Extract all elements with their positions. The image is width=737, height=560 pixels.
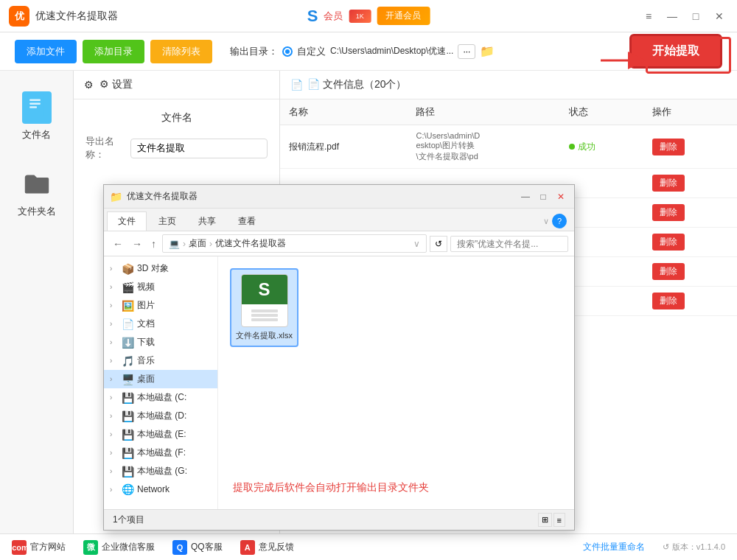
chevron-right-icon: › — [110, 265, 119, 273]
minimize-button[interactable]: — — [663, 7, 681, 25]
status-success: 成功 — [569, 141, 634, 153]
fe-content-area: S 文件名提取.xlsx 提取完成后软件会自动打开输出目录文件夹 — [218, 256, 574, 509]
fe-tree-disk-c[interactable]: › 💾 本地磁盘 (C: — [104, 388, 217, 407]
batch-rename-link[interactable]: 文件批量重命名 — [583, 541, 645, 553]
fe-tree-pictures[interactable]: › 🖼️ 图片 — [104, 296, 217, 315]
qq-service-item[interactable]: Q QQ客服 — [172, 540, 223, 555]
fe-tree-desktop[interactable]: › 🖥️ 桌面 — [104, 370, 217, 388]
close-button[interactable]: ✕ — [710, 7, 728, 25]
fe-tabs: 文件 主页 共享 查看 ∨ ? — [104, 209, 574, 231]
output-path: C:\Users\admin\Desktop\优速... — [330, 45, 453, 57]
fe-computer-icon: 💻 — [169, 239, 180, 249]
start-button[interactable]: 开始提取 — [629, 34, 722, 69]
fe-minimize-button[interactable]: — — [518, 189, 533, 204]
open-vip-button[interactable]: 开通会员 — [377, 7, 430, 25]
fe-path-app[interactable]: 优速文件名提取器 — [215, 237, 286, 250]
feedback-item[interactable]: A 意见反馈 — [240, 540, 294, 555]
fe-tree-disk-d[interactable]: › 💾 本地磁盘 (D: — [104, 407, 217, 425]
fe-title-bar: 📁 优速文件名提取器 — □ ✕ — [104, 185, 574, 209]
cell-status: 成功 — [560, 125, 643, 169]
fe-xlsx-line — [251, 314, 278, 317]
fe-up-button[interactable]: ↑ — [148, 237, 159, 251]
add-file-button[interactable]: 添加文件 — [15, 40, 77, 63]
fe-path-bar[interactable]: 💻 › 桌面 › 优速文件名提取器 ∨ — [162, 234, 427, 253]
fe-tab-file[interactable]: 文件 — [107, 211, 147, 231]
fe-expand-icon: ∨ — [543, 217, 549, 226]
wechat-service-label: 企业微信客服 — [102, 541, 155, 553]
chevron-right-icon: › — [110, 486, 119, 494]
svg-rect-5 — [29, 102, 41, 104]
sidebar-item-filename[interactable]: 文件名 — [16, 85, 57, 147]
cell-action: 删除 — [643, 287, 737, 316]
chevron-right-icon: › — [110, 283, 119, 291]
add-folder-button[interactable]: 添加目录 — [83, 40, 144, 63]
fe-list-view-button[interactable]: ≡ — [553, 513, 565, 527]
fe-folder-icon: 📁 — [110, 191, 122, 203]
fe-network-icon: 🌐 — [122, 483, 134, 495]
fe-completion-message: 提取完成后软件会自动打开输出目录文件夹 — [233, 481, 559, 494]
chevron-right-icon: › — [110, 338, 119, 346]
custom-radio[interactable] — [282, 46, 293, 57]
fe-view-buttons: ⊞ ≡ — [538, 513, 565, 527]
app-logo: 优 — [9, 6, 29, 27]
fe-tree-3d[interactable]: › 📦 3D 对象 — [104, 259, 217, 278]
wechat-service-item[interactable]: 微 企业微信客服 — [83, 540, 155, 555]
fe-grid-view-button[interactable]: ⊞ — [538, 513, 552, 527]
fe-disk-e-icon: 💾 — [122, 429, 134, 441]
cell-action: 删除 — [643, 169, 737, 198]
chevron-right-icon: › — [110, 320, 119, 328]
version-info: ↺ 版本：v1.1.4.0 — [663, 542, 725, 553]
fe-tree-downloads[interactable]: › ⬇️ 下载 — [104, 333, 217, 351]
fe-xlsx-lines — [251, 309, 278, 321]
folder-open-button[interactable]: 📁 — [480, 44, 495, 58]
fe-tab-home[interactable]: 主页 — [148, 211, 186, 231]
fe-close-button[interactable]: ✕ — [553, 189, 568, 204]
fe-tree-disk-f[interactable]: › 💾 本地磁盘 (F: — [104, 444, 217, 462]
delete-button-6[interactable]: 删除 — [652, 293, 685, 309]
vip-badge: 1K — [349, 10, 371, 23]
fe-refresh-button[interactable]: ↺ — [430, 236, 447, 252]
sidebar-item-foldername[interactable]: 文件夹名 — [12, 162, 62, 224]
fe-disk-d-icon: 💾 — [122, 410, 134, 422]
fe-help-button[interactable]: ? — [552, 214, 567, 228]
fe-tree-documents[interactable]: › 📄 文档 — [104, 315, 217, 333]
qq-icon: Q — [172, 540, 187, 555]
file-icon-header: 📄 — [290, 79, 303, 91]
fe-maximize-button[interactable]: □ — [536, 189, 551, 204]
delete-button-1[interactable]: 删除 — [652, 139, 685, 155]
fe-window-controls: — □ ✕ — [518, 189, 568, 204]
menu-button[interactable]: ≡ — [640, 7, 657, 25]
fe-tree-network[interactable]: › 🌐 Network — [104, 480, 217, 498]
delete-button-5[interactable]: 删除 — [652, 263, 685, 280]
official-site-label: 官方网站 — [30, 541, 66, 553]
fe-tree-disk-g[interactable]: › 💾 本地磁盘 (G: — [104, 462, 217, 480]
fe-path-dropdown-icon[interactable]: ∨ — [413, 239, 420, 249]
fe-xlsx-top: S — [242, 275, 287, 304]
delete-button-4[interactable]: 删除 — [652, 234, 685, 251]
fe-search-input[interactable] — [450, 236, 568, 252]
col-status: 状态 — [560, 99, 643, 125]
clear-list-button[interactable]: 清除列表 — [150, 40, 212, 63]
chevron-right-icon: › — [110, 449, 119, 457]
fe-tree-music[interactable]: › 🎵 音乐 — [104, 351, 217, 370]
export-name-input[interactable] — [130, 139, 268, 158]
more-button[interactable]: ··· — [458, 44, 475, 59]
svg-rect-3 — [27, 94, 43, 116]
cell-path: C:\Users\admin\Desktop\图片转换\文件名提取器\pd — [407, 125, 560, 169]
fe-forward-button[interactable]: → — [129, 237, 145, 251]
chevron-down-icon: › — [110, 375, 119, 383]
fe-tab-view[interactable]: 查看 — [228, 211, 266, 231]
delete-button-2[interactable]: 删除 — [652, 175, 685, 192]
official-site-item[interactable]: .com 官方网站 — [12, 540, 66, 555]
fe-nav-bar: ← → ↑ 💻 › 桌面 › 优速文件名提取器 ∨ ↺ — [104, 231, 574, 256]
fe-tree-video[interactable]: › 🎬 视频 — [104, 278, 217, 296]
fe-status-bar: 1个项目 ⊞ ≡ — [104, 509, 574, 530]
maximize-button[interactable]: □ — [687, 7, 705, 25]
delete-button-3[interactable]: 删除 — [652, 204, 685, 221]
fe-file-item-xlsx[interactable]: S 文件名提取.xlsx — [230, 268, 298, 347]
fe-tree-disk-e[interactable]: › 💾 本地磁盘 (E: — [104, 425, 217, 444]
fe-music-icon: 🎵 — [122, 355, 134, 367]
fe-tab-share[interactable]: 共享 — [188, 211, 226, 231]
fe-back-button[interactable]: ← — [110, 237, 126, 251]
fe-path-desktop[interactable]: 桌面 — [189, 237, 206, 250]
